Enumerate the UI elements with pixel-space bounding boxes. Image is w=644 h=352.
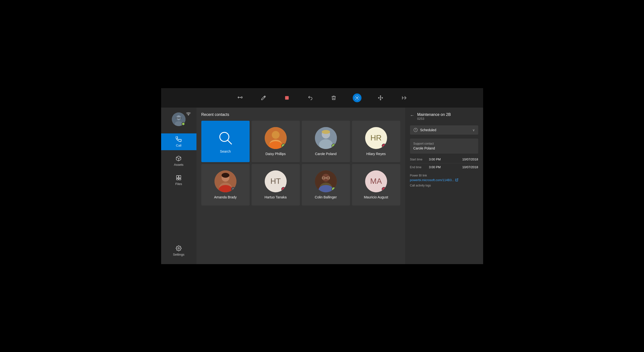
status-dot-daisy: [281, 144, 286, 148]
contact-avatar-mauricio: MA: [365, 171, 387, 192]
right-panel: ← Maintenance on 2B 0253 Scheduled ∨ Sup: [405, 108, 483, 264]
start-time-row: Start time 3:00 PM 10/07/2018: [410, 158, 478, 163]
svg-point-5: [176, 115, 181, 120]
powerbi-link[interactable]: powerbi.microsoft.com/114B3...: [410, 178, 478, 182]
sidebar-item-call[interactable]: Call: [161, 133, 196, 150]
svg-point-0: [241, 97, 242, 98]
status-dot-amanda: ✕: [231, 187, 236, 191]
contact-avatar-daisy: [265, 127, 287, 149]
svg-point-31: [222, 173, 229, 178]
panel-title: Maintenance on 2B: [417, 112, 451, 117]
contact-tile-daisy[interactable]: Daisy Phillips: [252, 121, 300, 162]
support-contact-label: Support contact: [414, 142, 475, 145]
search-label: Search: [220, 150, 230, 153]
pen-icon[interactable]: [259, 93, 268, 102]
contact-name-carole: Carole Poland: [315, 152, 337, 156]
sidebar-item-files[interactable]: Files: [161, 172, 196, 189]
contact-tile-hartuo[interactable]: HT Hartuo Tanaka: [252, 164, 300, 205]
status-dot-hilary: [382, 144, 386, 148]
svg-point-16: [178, 248, 180, 249]
pin-icon[interactable]: [400, 93, 408, 102]
contact-avatar-hartuo: HT: [265, 171, 287, 192]
initials-hartuo: HT: [270, 177, 281, 186]
panel-subtitle: 0253: [417, 117, 451, 121]
contact-tile-amanda[interactable]: ✕ Amanda Brady: [201, 164, 250, 205]
status-dot-hartuo: [281, 187, 286, 191]
toolbar: [161, 88, 483, 108]
status-dropdown-left: Scheduled: [414, 128, 436, 132]
contact-tile-mauricio[interactable]: MA Mauricio August: [352, 164, 400, 205]
svg-point-26: [322, 130, 330, 134]
contact-tile-colin[interactable]: Colin Ballinger: [302, 164, 350, 205]
support-contact-section: Support contact Carole Poland: [410, 139, 478, 154]
settings-circle-icon[interactable]: [353, 93, 362, 102]
status-dot-carole: [332, 144, 336, 148]
undo-icon[interactable]: [306, 93, 315, 102]
contact-avatar-hilary: HR: [365, 127, 387, 149]
sidebar-item-assets[interactable]: Assets: [161, 153, 196, 170]
recent-contacts-title: Recent contacts: [201, 112, 400, 117]
svg-rect-13: [179, 176, 181, 178]
start-date-value: 10/07/2018: [462, 158, 478, 161]
initials-mauricio: MA: [370, 177, 382, 186]
contact-avatar-carole: [315, 127, 337, 149]
svg-rect-14: [176, 178, 178, 180]
end-date-value: 10/07/2018: [462, 165, 478, 169]
call-activity-label: Call activity logs: [410, 184, 478, 187]
move-icon[interactable]: [376, 93, 385, 102]
svg-rect-12: [176, 176, 178, 178]
online-status-dot: [182, 122, 185, 126]
sidebar: Call Assets Files: [161, 108, 196, 264]
start-time-value: 3:00 PM: [429, 158, 441, 161]
sidebar-settings-label: Settings: [173, 253, 184, 256]
time-section: Start time 3:00 PM 10/07/2018 End time 3…: [410, 158, 478, 171]
powerbi-link-text: powerbi.microsoft.com/114B3...: [410, 178, 454, 182]
status-dot-colin: [332, 187, 336, 191]
svg-line-18: [228, 140, 232, 144]
panel-header: ← Maintenance on 2B 0253: [410, 112, 478, 121]
end-time-value: 3:00 PM: [429, 165, 441, 169]
contact-tile-hilary[interactable]: HR Hilary Reyes: [352, 121, 400, 162]
delete-icon[interactable]: [329, 93, 338, 102]
search-tile[interactable]: Search: [201, 121, 250, 162]
status-dot-mauricio: [382, 187, 386, 191]
status-label: Scheduled: [420, 128, 436, 132]
stop-icon[interactable]: [282, 93, 291, 102]
contact-name-hartuo: Hartuo Tanaka: [264, 195, 287, 199]
sidebar-assets-label: Assets: [174, 163, 183, 167]
contact-name-mauricio: Mauricio August: [364, 195, 388, 199]
powerbi-label: Power BI link: [410, 174, 478, 177]
contact-name-colin: Colin Ballinger: [315, 195, 337, 199]
support-contact-value: Carole Poland: [414, 146, 475, 150]
start-time-label: Start time: [410, 158, 427, 161]
disconnect-icon[interactable]: [236, 93, 244, 102]
sidebar-files-label: Files: [175, 182, 182, 186]
svg-point-20: [272, 131, 280, 139]
svg-rect-15: [179, 178, 181, 180]
back-button[interactable]: ←: [410, 113, 414, 118]
chevron-down-icon: ∨: [472, 128, 475, 132]
contact-name-amanda: Amanda Brady: [214, 195, 237, 199]
svg-point-2: [356, 97, 358, 99]
content-area: Recent contacts Search: [196, 108, 405, 264]
search-icon: [217, 130, 234, 147]
svg-point-10: [188, 115, 189, 115]
user-avatar-container: [172, 112, 186, 126]
contact-name-daisy: Daisy Phillips: [266, 152, 286, 156]
powerbi-section: Power BI link powerbi.microsoft.com/114B…: [410, 174, 478, 182]
contacts-grid: Search Daisy Phillips: [201, 121, 400, 205]
contact-avatar-amanda: ✕: [214, 171, 236, 192]
sidebar-call-label: Call: [176, 144, 181, 147]
status-dropdown[interactable]: Scheduled ∨: [410, 125, 478, 135]
contact-tile-carole[interactable]: Carole Poland: [302, 121, 350, 162]
wifi-icon: [186, 112, 191, 116]
contact-avatar-colin: [315, 171, 337, 192]
main-area: Call Assets Files: [161, 108, 483, 264]
end-time-row: End time 3:00 PM 10/07/2018: [410, 165, 478, 171]
svg-rect-1: [285, 96, 289, 100]
initials-hilary: HR: [370, 133, 382, 142]
contact-name-hilary: Hilary Reyes: [366, 152, 386, 156]
end-time-label: End time: [410, 166, 427, 169]
sidebar-item-settings[interactable]: Settings: [161, 242, 196, 259]
